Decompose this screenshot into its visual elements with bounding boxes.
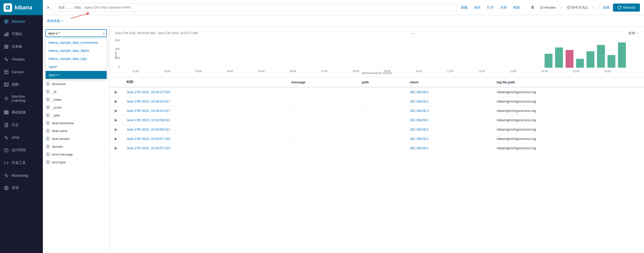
sidebar-item-management[interactable]: 管理 (0, 182, 43, 194)
next-time-button[interactable]: › (592, 5, 596, 10)
sidebar-item-uptime[interactable]: 运行时间 (0, 144, 43, 157)
sidebar-item-monitoring[interactable]: Monitoring (0, 169, 43, 182)
new-button[interactable]: 新建 (459, 4, 469, 11)
expand-cell[interactable]: ▶ (110, 115, 123, 125)
col-log-file-path[interactable]: log.file.path (493, 77, 644, 87)
expand-cell[interactable]: ▶ (110, 87, 123, 97)
col-path[interactable]: path (358, 77, 406, 87)
sidebar-item-devtools[interactable]: 开发工具 (0, 157, 43, 169)
chart-date-range: June 27th 2022, 00:00:00.000 - June 27th… (115, 31, 198, 35)
index-search-input[interactable] (45, 29, 107, 37)
sidebar-item-logs[interactable]: 日志 (0, 119, 43, 131)
sidebar-item-apm[interactable]: APM (0, 131, 43, 144)
field-type-badge: t (46, 82, 50, 86)
pause-button[interactable]: ⏸ (529, 4, 536, 11)
svg-point-20 (6, 188, 7, 189)
dashboard-icon (4, 44, 9, 49)
index-option-nginx[interactable]: nginx* (46, 63, 107, 71)
expand-button[interactable]: ▶ (114, 99, 119, 103)
col-client[interactable]: client (406, 77, 492, 87)
col-time[interactable]: 时间 ↑ (123, 77, 287, 87)
chart-separator: — (412, 31, 415, 35)
client-cell[interactable]: 192.168.56.1 (406, 97, 492, 106)
field-type-badge: t (46, 129, 50, 133)
field-item-id[interactable]: t _id (43, 88, 109, 96)
field-item-error-type[interactable]: t error.type (43, 158, 109, 166)
svg-rect-16 (5, 113, 8, 114)
inspect-button[interactable]: 检查 (512, 4, 521, 11)
sidebar-item-canvas-label: Canvas (12, 70, 23, 74)
index-option-xgxy[interactable]: xgxy-v-* (46, 71, 107, 79)
svg-rect-3 (6, 33, 7, 36)
app-logo: kibana (0, 0, 43, 15)
field-type-badge: t (46, 137, 50, 141)
field-item-beat-name[interactable]: t beat.name (43, 127, 109, 135)
table-row: ▶ June 27th 2022, 16:54:24.517 - - 192.1… (110, 106, 644, 115)
sidebar-item-ml-label: Machine Learning (12, 94, 39, 103)
share-button[interactable]: 共享 (499, 4, 508, 11)
sidebar-item-dashboard[interactable]: 仪表板 (0, 40, 43, 53)
prev-time-button[interactable]: ‹ (559, 5, 563, 10)
index-option-ecommerce[interactable]: kibana_sample_data_ecommerce (46, 39, 107, 47)
client-cell[interactable]: 192.168.56.1 (406, 125, 492, 134)
save-button[interactable]: 保存 (473, 4, 482, 11)
expand-button[interactable]: ▶ (114, 127, 119, 131)
compass-icon (4, 19, 9, 24)
svg-rect-35 (576, 59, 584, 68)
expand-button[interactable]: ▶ (114, 90, 119, 94)
index-option-flights[interactable]: kibana_sample_data_flights (46, 47, 107, 55)
client-cell[interactable]: 192.168.56.1 (406, 106, 492, 115)
expand-button[interactable]: ▶ (114, 109, 119, 113)
time-cell: June 27th 2022, 16:53:59.512 (123, 115, 287, 125)
field-item-beat-hostname[interactable]: t beat.hostname (43, 119, 109, 127)
options-link[interactable]: 选项 (603, 5, 609, 10)
add-filter-button[interactable]: 添加筛选 + (47, 19, 63, 23)
search-input[interactable] (55, 3, 457, 12)
svg-rect-4 (5, 34, 5, 36)
field-item-beat-version[interactable]: t beat.version (43, 135, 109, 143)
log-file-path-cell: /data/nginx/logs/access.log (493, 106, 644, 115)
svg-text:04:00: 04:00 (227, 70, 233, 73)
expand-button[interactable]: ▶ (114, 137, 119, 141)
apm-icon (4, 135, 9, 140)
sidebar-item-timelion[interactable]: Timelion (0, 53, 43, 66)
svg-marker-10 (4, 83, 9, 87)
expand-button[interactable]: ▶ (114, 146, 119, 150)
svg-rect-15 (5, 112, 8, 113)
expand-cell[interactable]: ▶ (110, 143, 123, 153)
sidebar-item-discover[interactable]: Discover (0, 15, 43, 28)
field-item-version[interactable]: t @version (43, 80, 109, 88)
index-clear-button[interactable]: ✕ (102, 31, 105, 36)
message-cell: - (287, 115, 358, 125)
client-cell[interactable]: 192.168.56.1 (406, 115, 492, 125)
sidebar-item-canvas[interactable]: Canvas (0, 66, 43, 78)
svg-rect-36 (587, 51, 594, 68)
index-option-logs[interactable]: kibana_sample_data_logs (46, 55, 107, 63)
field-item-domain[interactable]: t domain (43, 143, 109, 150)
svg-text:11:00: 11:00 (447, 70, 453, 73)
refresh-button[interactable]: Refresh (613, 4, 640, 12)
expand-cell[interactable]: ▶ (110, 125, 123, 134)
sidebar-item-visualize[interactable]: 可视化 (0, 28, 43, 40)
field-type-badge: t (46, 97, 50, 102)
field-item-index[interactable]: t _index (43, 96, 109, 104)
expand-cell[interactable]: ▶ (110, 106, 123, 115)
sidebar-item-maps[interactable]: 地图 (0, 78, 43, 91)
field-item-error-message[interactable]: t error.message (43, 150, 109, 158)
client-cell[interactable]: 192.168.56.1 (406, 143, 492, 153)
expand-cell[interactable]: ▶ (110, 97, 123, 106)
expand-button[interactable]: ▶ (114, 118, 119, 122)
field-name: domain (52, 145, 63, 148)
expand-cell[interactable]: ▶ (110, 134, 123, 143)
sidebar-item-infra[interactable]: 基础设施 (0, 106, 43, 119)
field-item-type[interactable]: t _type (43, 111, 109, 119)
open-button[interactable]: 打开 (486, 4, 495, 11)
chart-auto-select[interactable]: 自动 (628, 31, 639, 35)
topbar: >_ 新建 保存 打开 共享 检查 ⏸ 15 minutes ‹ 到今天为止 ›… (43, 0, 644, 15)
client-cell[interactable]: 192.168.56.1 (406, 87, 492, 97)
topbar-actions: 新建 保存 打开 共享 检查 ⏸ 15 minutes ‹ 到今天为止 › 选项… (459, 4, 640, 12)
col-message[interactable]: message (287, 77, 358, 87)
sidebar-item-ml[interactable]: Machine Learning (0, 91, 43, 106)
field-item-score[interactable]: # _score (43, 104, 109, 111)
client-cell[interactable]: 192.168.56.1 (406, 134, 492, 143)
